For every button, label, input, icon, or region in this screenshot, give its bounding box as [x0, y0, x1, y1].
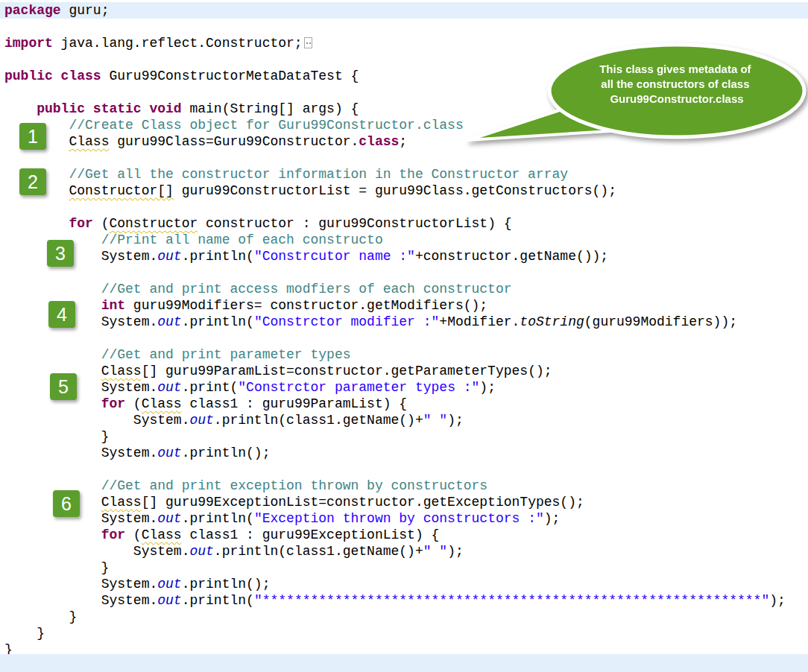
code-line: [0, 199, 808, 215]
code-line: package guru;: [0, 2, 808, 19]
code-token: //Print all name of each constructo: [101, 232, 383, 247]
code-line: Constructor[] guru99ConstructorList = gu…: [0, 183, 808, 199]
code-token: (: [125, 527, 142, 542]
step-badge-1: 1: [19, 123, 46, 150]
code-token: "***************************************…: [254, 593, 769, 608]
code-token: [4, 101, 37, 116]
code-line: System.out.println("Exception thrown by …: [0, 510, 808, 527]
code-token: class: [359, 134, 399, 149]
code-token: System.: [101, 446, 158, 460]
code-token: +constructor.getName());: [415, 249, 608, 264]
code-token: [4, 282, 101, 297]
code-token: );: [447, 413, 464, 428]
code-token: );: [544, 511, 561, 526]
code-token: out: [157, 577, 181, 592]
code-token: "Constrctor parameter types :": [238, 380, 479, 395]
code-token: );: [479, 380, 496, 395]
step-badge-4: 4: [48, 301, 75, 328]
code-token: "Constrcutor name :": [254, 249, 415, 264]
code-token: Guru99ConstructorMetaDataTest {: [101, 69, 359, 83]
code-token: .println(: [182, 511, 254, 526]
code-token: [] guru99ExceptionList=constructor.getEx…: [142, 495, 584, 510]
code-token: "Exception thrown by constructors :": [254, 511, 544, 526]
code-token: public class: [4, 69, 101, 83]
code-token: " ": [423, 413, 447, 428]
code-line: System.out.print("Constrctor parameter t…: [0, 379, 808, 396]
code-token: +Modifier.: [439, 314, 520, 329]
speech-bubble-text: This class gives metadata of all the con…: [599, 63, 754, 105]
code-token: Class: [142, 396, 182, 411]
code-token: [4, 527, 101, 542]
code-token: out: [157, 446, 181, 460]
code-token: Class: [101, 364, 142, 378]
code-line: System.out.println("Constrctor modifier …: [0, 314, 808, 330]
code-token: );: [447, 544, 464, 559]
code-token: for: [101, 527, 125, 542]
step-badge-3: 3: [47, 240, 74, 267]
code-token: //Get and print exception thrown by cons…: [101, 478, 487, 493]
code-token: toString: [520, 314, 584, 329]
code-line: Class[] guru99ExceptionList=constructor.…: [0, 494, 808, 510]
code-token: System.: [133, 413, 190, 428]
code-token: .println(: [182, 314, 254, 329]
code-token: out: [157, 593, 181, 608]
code-token: );: [769, 593, 786, 608]
line-highlight-bar: [0, 654, 808, 672]
code-line: }: [0, 560, 808, 576]
code-line: }: [0, 428, 808, 445]
code-token: guru99Class=Guru99Constructor.: [109, 134, 359, 149]
code-token: .println(: [182, 249, 254, 264]
code-line: System.out.println("Constrcutor name :"+…: [0, 248, 808, 264]
code-line: [0, 330, 808, 346]
speech-bubble-callout: This class gives metadata of all the con…: [447, 27, 808, 176]
code-token: for: [101, 396, 125, 411]
code-token: }: [4, 626, 45, 641]
code-token: guru99Modifiers= constructor.getModifier…: [125, 298, 487, 313]
code-token: (: [93, 216, 110, 231]
code-token: public static void: [37, 101, 181, 116]
code-token: [4, 593, 101, 608]
code-line: for (Class class1 : guru99ParamList) {: [0, 396, 808, 412]
code-token: System.: [101, 593, 158, 608]
code-token: .println();: [182, 577, 271, 592]
code-token: out: [157, 511, 181, 526]
code-token: //Get and print parameter types: [101, 347, 351, 362]
code-token: out: [157, 314, 181, 329]
code-token: }: [4, 429, 109, 444]
code-token: [] guru99ParamList=constructor.getParame…: [142, 364, 552, 378]
code-line: //Print all name of each constructo: [0, 232, 808, 248]
code-line: for (Class class1 : guru99ExceptionList)…: [0, 527, 808, 543]
code-token: for: [69, 216, 92, 231]
code-token: .println();: [182, 446, 271, 460]
code-line: [0, 461, 808, 478]
code-token: Class: [142, 527, 182, 542]
code-line: //Get and print parameter types: [0, 346, 808, 363]
speech-bubble-body: [549, 45, 804, 137]
code-line: Class[] guru99ParamList=constructor.getP…: [0, 363, 808, 379]
step-badge-5: 5: [50, 373, 77, 400]
code-token: class1 : guru99ParamList) {: [182, 396, 407, 411]
code-token: .print(: [182, 380, 239, 395]
code-line: System.out.println();: [0, 576, 808, 592]
code-line: System.out.println();: [0, 445, 808, 461]
code-token: guru99ConstructorList = guru99Class.getC…: [174, 183, 616, 198]
code-token: out: [189, 413, 213, 428]
code-line: }: [0, 609, 808, 625]
code-token: [4, 544, 133, 559]
code-line: //Get and print access modfiers of each …: [0, 281, 808, 297]
code-token: System.: [101, 511, 158, 526]
code-token: .println(class1.getName()+: [214, 544, 423, 559]
unknown-char-icon: [304, 37, 312, 48]
code-token: main(String[] args) {: [182, 101, 359, 116]
code-token: [4, 413, 133, 428]
code-token: out: [157, 380, 181, 395]
code-token: //Create Class object for Guru99Construc…: [69, 118, 463, 133]
code-token: [4, 347, 101, 362]
code-line: for (Constructor constructor : guru99Con…: [0, 215, 808, 232]
code-token: guru;: [61, 3, 110, 18]
code-line: System.out.println("********************…: [0, 592, 808, 609]
code-line: System.out.println(class1.getName()+" ")…: [0, 412, 808, 428]
code-token: System.: [101, 380, 158, 395]
code-line: System.out.println(class1.getName()+" ")…: [0, 543, 808, 560]
code-token: out: [189, 544, 213, 559]
